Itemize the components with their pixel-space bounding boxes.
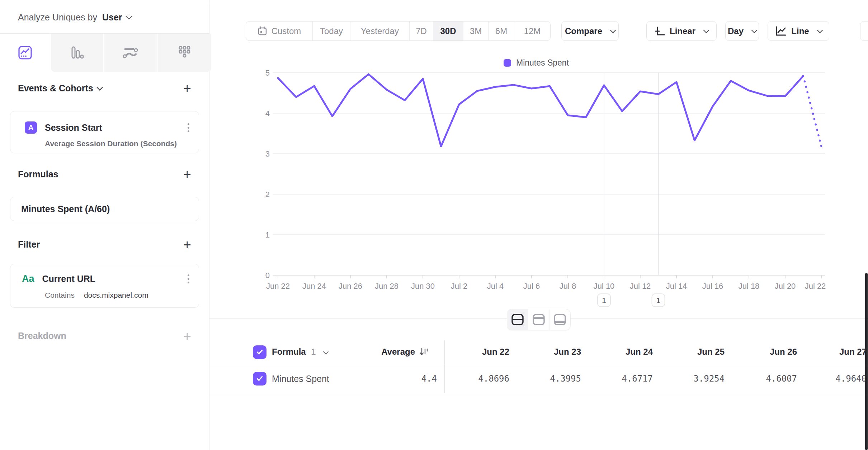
interval-dropdown[interactable]: Day <box>725 21 759 41</box>
filter-property-name[interactable]: Current URL <box>42 274 96 284</box>
formulas-title: Formulas <box>18 169 58 179</box>
scale-label: Linear <box>670 26 695 36</box>
add-event-button[interactable]: + <box>183 85 191 92</box>
event-name[interactable]: Session Start <box>45 123 102 133</box>
event-card[interactable]: A Session Start Average Session Duration… <box>10 111 199 153</box>
row-checkbox[interactable] <box>253 372 266 386</box>
row-label[interactable]: Minutes Spent <box>272 374 329 384</box>
layout-split-button[interactable] <box>507 309 528 330</box>
annotation-marker[interactable]: 1 <box>598 294 610 307</box>
layout-chart-only-button[interactable] <box>528 309 549 330</box>
date-column-header[interactable]: Jun 26 <box>770 347 797 357</box>
x-axis-label: Jun 26 <box>339 282 362 291</box>
group-column-header[interactable]: Formula 1 <box>272 347 328 357</box>
filter-title: Filter <box>18 239 40 250</box>
range-30d[interactable]: 30D <box>433 21 463 40</box>
top-panel-icon <box>532 313 546 326</box>
x-axis-label: Jul 6 <box>523 282 540 291</box>
filter-card[interactable]: Aa Current URL Contains docs.mixpanel.co… <box>10 264 199 308</box>
breakdown-header: Breakdown + <box>18 331 191 341</box>
panel-layout-toggle <box>507 309 571 330</box>
grid-icon <box>176 44 193 61</box>
y-axis-label: 2 <box>265 190 270 199</box>
sidebar-tab-bar-chart-tab[interactable] <box>50 34 103 72</box>
cell-value: 4.9640 <box>835 374 867 384</box>
filter-operator[interactable]: Contains <box>45 291 75 300</box>
range-today[interactable]: Today <box>312 21 350 40</box>
date-column-header[interactable]: Jun 25 <box>697 347 725 357</box>
visualization-tabs <box>0 33 209 72</box>
annotation-marker[interactable]: 1 <box>652 294 665 307</box>
calendar-icon <box>258 26 267 36</box>
events-cohorts-header: Events & Cohorts + <box>18 83 191 94</box>
chevron-down-icon[interactable] <box>126 13 132 19</box>
bottom-panel-icon <box>553 313 567 326</box>
compare-button[interactable]: Compare <box>561 21 619 41</box>
flows-icon <box>122 44 140 61</box>
date-column-header[interactable]: Jun 23 <box>554 347 581 357</box>
chevron-down-icon[interactable] <box>96 84 103 90</box>
x-axis-label: Jun 30 <box>411 282 435 291</box>
formulas-header: Formulas + <box>18 169 191 179</box>
range-yesterday[interactable]: Yesterday <box>350 21 409 40</box>
bar-chart-icon <box>69 44 85 61</box>
chart-legend: Minutes Spent <box>504 58 569 68</box>
select-all-checkbox[interactable] <box>253 345 266 359</box>
x-axis-label: Jul 16 <box>702 282 723 291</box>
scale-dropdown[interactable]: Linear <box>646 21 717 41</box>
date-range-picker: CustomTodayYesterday7D30D3M6M12M <box>246 21 551 41</box>
sort-icon <box>419 347 429 357</box>
incomplete-series-segment <box>803 76 822 147</box>
x-axis-label: Jul 20 <box>775 282 796 291</box>
range-12m[interactable]: 12M <box>514 21 550 40</box>
layout-table-only-button[interactable] <box>549 309 570 330</box>
string-property-icon: Aa <box>22 273 34 284</box>
series-line[interactable] <box>278 74 803 147</box>
analyze-value-dropdown[interactable]: User <box>102 12 122 23</box>
legend-label[interactable]: Minutes Spent <box>516 58 569 68</box>
date-column-header[interactable]: Jun 24 <box>626 347 653 357</box>
range-3m[interactable]: 3M <box>463 21 488 40</box>
line-chart[interactable]: 01234511Jun 22Jun 24Jun 26Jun 28Jun 30Ju… <box>251 68 832 315</box>
x-axis-label: Jun 22 <box>266 282 290 291</box>
y-axis-label: 4 <box>265 109 270 118</box>
average-column-header[interactable]: Average <box>381 347 429 357</box>
add-breakdown-button[interactable]: + <box>183 332 191 340</box>
y-axis-label: 3 <box>265 149 270 158</box>
formula-card[interactable]: Minutes Spent (A/60) <box>10 197 199 221</box>
sidebar-tab-flows-tab[interactable] <box>103 34 157 72</box>
kebab-menu-icon[interactable] <box>188 123 189 132</box>
sidebar-tab-grid-tab[interactable] <box>157 34 211 72</box>
svg-text:1: 1 <box>656 296 660 305</box>
add-formula-button[interactable]: + <box>183 171 191 178</box>
line-chart-icon <box>775 26 787 37</box>
x-axis-label: Jun 24 <box>302 282 326 291</box>
event-aggregation[interactable]: Average Session Duration (Seconds) <box>45 139 189 148</box>
breakdown-title: Breakdown <box>18 331 66 341</box>
date-column-header[interactable]: Jun 22 <box>482 347 509 357</box>
x-axis-label: Jul 8 <box>560 282 576 291</box>
x-axis-label: Jul 14 <box>666 282 687 291</box>
range-7d[interactable]: 7D <box>409 21 433 40</box>
range-custom[interactable]: Custom <box>246 21 312 40</box>
kebab-menu-icon[interactable] <box>188 274 189 283</box>
analyze-uniques-row: Analyze Uniques by User <box>18 12 131 23</box>
formula-name[interactable]: Minutes Spent (A/60) <box>21 204 110 214</box>
range-6m[interactable]: 6M <box>488 21 514 40</box>
chart-type-dropdown[interactable]: Line <box>768 21 829 41</box>
y-axis-label: 0 <box>265 271 270 280</box>
cell-value: 4.3995 <box>550 374 581 384</box>
cell-value: 3.9254 <box>693 374 725 384</box>
results-table-row[interactable]: Minutes Spent 4.4 4.86964.39954.67173.92… <box>209 365 868 393</box>
add-filter-button[interactable]: + <box>183 241 191 248</box>
split-view-icon <box>511 313 524 326</box>
date-column-header[interactable]: Jun 27 <box>839 347 867 357</box>
results-table-header: Formula 1 Average Jun 22Jun 23Jun 24Jun … <box>209 340 868 365</box>
sidebar-tab-insights-line-tab[interactable] <box>0 34 50 72</box>
cell-value: 4.8696 <box>478 374 509 384</box>
cut-off-button[interactable] <box>860 21 868 41</box>
events-cohorts-title[interactable]: Events & Cohorts <box>18 83 93 94</box>
cell-value: 4.6007 <box>766 374 797 384</box>
vertical-scrollbar[interactable] <box>865 273 868 450</box>
filter-value[interactable]: docs.mixpanel.com <box>84 291 148 300</box>
